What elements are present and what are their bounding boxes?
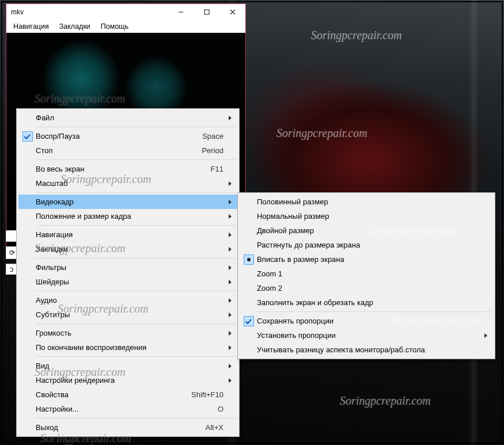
side-widget-c-label: ɔ xyxy=(10,264,14,275)
context_menu-item[interactable]: Настройки рендеринга xyxy=(18,373,237,387)
context_menu-accel: Space xyxy=(194,132,223,140)
context_menu-item[interactable]: Настройки...O xyxy=(18,402,237,416)
context-menu: ФайлВоспр/ПаузаSpaceСтопPeriodВо весь эк… xyxy=(16,108,240,437)
context_menu-accel: O xyxy=(210,405,223,413)
submenu-label: Нормальный размер xyxy=(257,212,479,220)
context_menu-item[interactable]: Масштаб xyxy=(18,176,237,191)
context_menu-label: Стоп xyxy=(36,146,194,155)
submenu-label: Двойной размер xyxy=(257,226,479,235)
submenu-item[interactable]: Растянуть до размера экрана xyxy=(240,238,493,252)
submenu-arrow-icon xyxy=(229,214,232,219)
refresh-icon: ⟳ xyxy=(9,248,15,258)
context_menu-item[interactable]: ВыходAlt+X xyxy=(18,420,237,435)
context_menu-separator xyxy=(36,291,236,291)
context_menu-item[interactable]: Воспр/ПаузаSpace xyxy=(18,129,237,143)
context_menu-separator xyxy=(36,159,236,160)
context_menu-label: Видеокадр xyxy=(36,197,223,206)
submenu-item[interactable]: Половинный размер xyxy=(240,195,493,209)
submenu-label: Zoom 2 xyxy=(257,284,479,292)
context_menu-separator xyxy=(36,356,236,357)
submenu-item[interactable]: Zoom 2 xyxy=(240,281,493,295)
context_menu-label: Настройки... xyxy=(36,405,210,413)
context_menu-item[interactable]: Громкость xyxy=(18,326,237,340)
submenu-arrow-icon xyxy=(229,265,232,270)
context_menu-item[interactable]: По окончании воспроизведения xyxy=(18,340,237,355)
check-icon xyxy=(22,131,33,142)
submenu-item[interactable]: Учитывать разницу аспекта монитора/раб.с… xyxy=(240,343,493,357)
context_menu-item[interactable]: Файл xyxy=(18,111,237,125)
submenu-arrow-icon xyxy=(229,116,232,120)
context_menu-label: Субтитры xyxy=(36,310,223,319)
context_menu-accel: Alt+X xyxy=(198,423,223,432)
submenu-label: Заполнить экран и обрезать кадр xyxy=(257,298,479,307)
menu-navigation[interactable]: Навигация xyxy=(9,21,54,32)
window-title: mkv xyxy=(6,8,28,16)
context_menu-separator xyxy=(36,127,236,127)
submenu-arrow-icon xyxy=(229,280,232,284)
submenu-item[interactable]: Вписать в размер экрана xyxy=(240,252,493,267)
context_menu-item[interactable]: Аудио xyxy=(18,293,237,307)
submenu-item[interactable]: Установить пропорции xyxy=(240,328,493,343)
side-widget-a[interactable] xyxy=(6,230,17,242)
context_menu-item[interactable]: Субтитры xyxy=(18,307,237,322)
submenu-arrow-icon xyxy=(229,233,232,237)
context_menu-label: Настройки рендеринга xyxy=(36,376,223,385)
context_menu-accel: Shift+F10 xyxy=(183,390,223,399)
submenu-arrow-icon xyxy=(484,333,487,338)
context_menu-item[interactable]: Вид xyxy=(18,359,237,373)
submenu-label: Zoom 1 xyxy=(257,269,479,278)
submenu-label: Сохранять пропорции xyxy=(257,317,479,325)
context_menu-label: Вид xyxy=(36,362,223,370)
minimize-button[interactable] xyxy=(168,4,194,20)
context_menu-label: Масштаб xyxy=(36,179,223,188)
context_menu-label: Выход xyxy=(36,423,198,432)
context_menu-item[interactable]: СвойстваShift+F10 xyxy=(18,387,237,402)
radio-icon xyxy=(244,254,254,265)
submenu-videoframe: Половинный размерНормальный размерДвойно… xyxy=(237,192,495,359)
context_menu-label: Закладки xyxy=(36,245,223,253)
context_menu-item[interactable]: Навигация xyxy=(18,227,237,242)
maximize-button[interactable] xyxy=(194,4,219,20)
context_menu-item[interactable]: СтопPeriod xyxy=(18,143,237,158)
context_menu-separator xyxy=(36,225,236,226)
context_menu-item[interactable]: Видеокадр xyxy=(18,195,237,209)
submenu-item[interactable]: Заполнить экран и обрезать кадр xyxy=(240,295,493,310)
submenu-arrow-icon xyxy=(229,298,232,303)
submenu-arrow-icon xyxy=(229,331,232,336)
svg-rect-0 xyxy=(204,10,209,14)
window-controls xyxy=(168,4,245,20)
titlebar[interactable]: mkv xyxy=(6,4,245,20)
context_menu-label: Во весь экран xyxy=(36,165,203,173)
context_menu-item[interactable]: Закладки xyxy=(18,242,237,256)
check-icon xyxy=(244,316,254,326)
submenu-label: Вписать в размер экрана xyxy=(257,255,479,264)
context_menu-item[interactable]: Шейдеры xyxy=(18,275,237,289)
context_menu-label: Свойства xyxy=(36,390,183,399)
menu-help[interactable]: Помощь xyxy=(96,21,133,32)
context_menu-item[interactable]: Фильтры xyxy=(18,260,237,275)
submenu-item[interactable]: Двойной размер xyxy=(240,223,493,238)
context_menu-separator xyxy=(36,192,236,193)
context_menu-accel: F11 xyxy=(203,165,223,173)
context_menu-separator xyxy=(36,258,236,258)
side-widget-c[interactable]: ɔ xyxy=(6,264,17,276)
context_menu-item[interactable]: Положение и размер кадра xyxy=(18,209,237,223)
context_menu-separator xyxy=(36,324,236,324)
submenu-separator xyxy=(257,311,492,312)
context_menu-label: По окончании воспроизведения xyxy=(36,343,223,352)
context_menu-accel: Period xyxy=(194,146,223,155)
submenu-item[interactable]: Нормальный размер xyxy=(240,209,493,223)
submenu-item[interactable]: Сохранять пропорции xyxy=(240,314,493,328)
menu-bookmarks[interactable]: Закладки xyxy=(55,21,95,32)
close-button[interactable] xyxy=(219,4,245,20)
context_menu-item[interactable]: Во весь экранF11 xyxy=(18,162,237,176)
submenu-arrow-icon xyxy=(229,200,232,204)
context_menu-label: Аудио xyxy=(36,296,223,305)
menubar: Навигация Закладки Помощь xyxy=(6,20,245,33)
submenu-arrow-icon xyxy=(229,247,232,252)
submenu-item[interactable]: Zoom 1 xyxy=(240,267,493,281)
context_menu-label: Фильтры xyxy=(36,263,223,272)
submenu-label: Установить пропорции xyxy=(257,331,479,340)
context_menu-label: Файл xyxy=(36,113,223,122)
submenu-arrow-icon xyxy=(229,378,232,383)
